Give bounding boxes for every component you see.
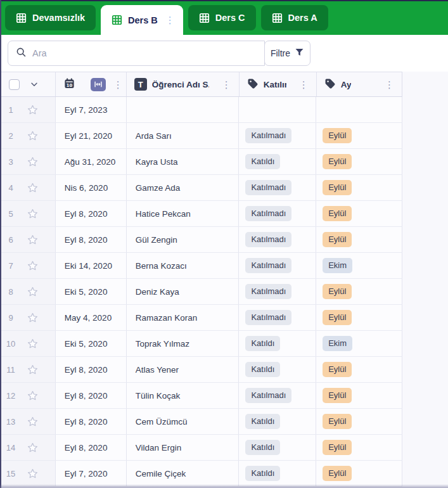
cell-attendance[interactable]: Katılmadı <box>239 227 316 252</box>
cell-month[interactable]: Eylül <box>316 435 402 460</box>
table-row[interactable]: 1 Eyl 7, 2023 <box>0 97 402 123</box>
cell-student-name[interactable]: Cemile Çiçek <box>127 461 240 486</box>
filter-button[interactable]: Filtre <box>264 41 310 66</box>
cell-student-name[interactable]: Vildan Ergin <box>127 435 240 460</box>
cell-month[interactable]: Ekim <box>316 253 402 278</box>
cell-month[interactable]: Eylül <box>316 279 402 304</box>
cell-student-name[interactable]: Atlas Yener <box>127 357 240 382</box>
cell-date[interactable]: Eyl 8, 2020 <box>56 227 127 252</box>
cell-student-name[interactable]: Ramazan Koran <box>127 305 240 330</box>
star-icon[interactable] <box>27 260 39 272</box>
star-icon[interactable] <box>27 130 39 142</box>
cell-attendance[interactable]: Katılmadı <box>239 383 316 408</box>
column-resize-icon[interactable] <box>91 78 106 91</box>
column-menu-dots-icon[interactable]: ⋮ <box>297 80 311 89</box>
star-icon[interactable] <box>27 390 39 402</box>
cell-student-name[interactable]: Hatice Pekcan <box>127 201 240 226</box>
column-header-student-name[interactable]: T Öğrenci Adı S... ⋮ <box>127 72 240 96</box>
star-icon[interactable] <box>27 442 39 454</box>
cell-student-name[interactable] <box>127 97 240 122</box>
cell-date[interactable]: Eyl 8, 2020 <box>56 201 127 226</box>
cell-attendance[interactable]: Katıldı <box>239 461 316 486</box>
cell-date[interactable]: Eyl 21, 2020 <box>56 123 127 148</box>
cell-date[interactable]: Ağu 31, 2020 <box>56 149 127 174</box>
tab-ders-c[interactable]: Ders C <box>188 5 256 30</box>
cell-date[interactable]: Eyl 8, 2020 <box>56 357 127 382</box>
star-icon[interactable] <box>27 234 39 246</box>
cell-month[interactable]: Eylül <box>316 175 402 200</box>
table-row[interactable]: 11 Eyl 8, 2020 Atlas Yener Katıldı Eylül <box>0 357 402 383</box>
table-row[interactable]: 12 Eyl 8, 2020 Tülin Koçak Katılmadı Eyl… <box>0 383 402 409</box>
cell-student-name[interactable]: Arda Sarı <box>127 123 240 148</box>
cell-attendance[interactable]: Katılmadı <box>239 201 316 226</box>
column-menu-dots-icon[interactable]: ⋮ <box>382 80 397 89</box>
cell-student-name[interactable]: Tülin Koçak <box>127 383 240 408</box>
cell-month[interactable]: Eylül <box>316 357 402 382</box>
cell-student-name[interactable]: Cem Üzümcü <box>127 409 240 434</box>
star-icon[interactable] <box>27 338 39 350</box>
cell-month[interactable]: Eylül <box>316 123 402 148</box>
cell-attendance[interactable]: Katılmadı <box>239 175 316 200</box>
cell-month[interactable]: Eylül <box>316 149 402 174</box>
cell-month[interactable]: Eylül <box>316 461 402 486</box>
cell-student-name[interactable]: Berna Kozacı <box>127 253 240 278</box>
cell-date[interactable]: Eki 5, 2020 <box>56 279 127 304</box>
star-icon[interactable] <box>27 468 39 480</box>
column-header-attendance[interactable]: Katılım ⋮ <box>240 72 317 96</box>
star-icon[interactable] <box>27 182 39 194</box>
cell-student-name[interactable]: Deniz Kaya <box>127 279 240 304</box>
cell-date[interactable]: Eki 14, 2020 <box>56 253 127 278</box>
cell-attendance[interactable]: Katılmadı <box>239 123 316 148</box>
cell-attendance[interactable]: Katılmadı <box>239 253 316 278</box>
star-icon[interactable] <box>27 286 39 298</box>
cell-attendance[interactable]: Katılmadı <box>239 279 316 304</box>
cell-date[interactable]: Eyl 8, 2020 <box>56 383 127 408</box>
table-row[interactable]: 7 Eki 14, 2020 Berna Kozacı Katılmadı Ek… <box>0 253 402 279</box>
cell-attendance[interactable]: Katıldı <box>239 435 316 460</box>
table-row[interactable]: 3 Ağu 31, 2020 Kayra Usta Katıldı Eylül <box>0 149 402 175</box>
tab-ders-a[interactable]: Ders A <box>261 5 328 30</box>
cell-date[interactable]: May 4, 2020 <box>56 305 127 330</box>
cell-attendance[interactable]: Katıldı <box>239 357 316 382</box>
cell-attendance[interactable]: Katıldı <box>239 409 316 434</box>
cell-date[interactable]: Eyl 8, 2020 <box>56 435 127 460</box>
cell-month[interactable]: Eylül <box>316 409 402 434</box>
cell-student-name[interactable]: Toprak Yılmaz <box>127 331 240 356</box>
search-input[interactable] <box>32 48 258 58</box>
table-row[interactable]: 9 May 4, 2020 Ramazan Koran Katılmadı Ey… <box>0 305 402 331</box>
column-menu-dots-icon[interactable]: ⋮ <box>111 80 125 89</box>
cell-attendance[interactable] <box>239 97 316 122</box>
cell-month[interactable]: Eylül <box>316 201 402 226</box>
cell-month[interactable]: Eylül <box>316 305 402 330</box>
table-row[interactable]: 8 Eki 5, 2020 Deniz Kaya Katılmadı Eylül <box>0 279 402 305</box>
cell-date[interactable]: Eyl 8, 2020 <box>56 409 127 434</box>
cell-date[interactable]: Eki 5, 2020 <box>56 331 127 356</box>
table-row[interactable]: 15 Eyl 7, 2020 Cemile Çiçek Katıldı Eylü… <box>0 461 402 487</box>
table-row[interactable]: 5 Eyl 8, 2020 Hatice Pekcan Katılmadı Ey… <box>0 201 402 227</box>
tab-ders-b[interactable]: Ders B ⋮ <box>101 5 183 35</box>
cell-month[interactable] <box>316 97 402 122</box>
column-menu-dots-icon[interactable]: ⋮ <box>219 80 234 89</box>
cell-attendance[interactable]: Katıldı <box>239 149 316 174</box>
select-all-checkbox[interactable] <box>9 79 20 90</box>
cell-attendance[interactable]: Katıldı <box>239 331 316 356</box>
table-row[interactable]: 6 Eyl 8, 2020 Gül Zengin Katılmadı Eylül <box>0 227 402 253</box>
star-icon[interactable] <box>27 416 39 428</box>
column-header-date[interactable]: 10 T... ⋮ <box>56 72 127 96</box>
cell-date[interactable]: Eyl 7, 2020 <box>56 461 127 486</box>
star-icon[interactable] <box>27 312 39 324</box>
table-row[interactable]: 4 Nis 6, 2020 Gamze Ada Katılmadı Eylül <box>0 175 402 201</box>
tab-devamsizlik[interactable]: Devamsızlık <box>5 5 96 30</box>
cell-student-name[interactable]: Gamze Ada <box>127 175 240 200</box>
table-row[interactable]: 14 Eyl 8, 2020 Vildan Ergin Katıldı Eylü… <box>0 435 402 461</box>
search-box[interactable] <box>8 41 265 66</box>
cell-month[interactable]: Ekim <box>316 331 402 356</box>
star-icon[interactable] <box>27 364 39 376</box>
star-icon[interactable] <box>27 104 39 116</box>
cell-student-name[interactable]: Gül Zengin <box>127 227 240 252</box>
table-row[interactable]: 13 Eyl 8, 2020 Cem Üzümcü Katıldı Eylül <box>0 409 402 435</box>
cell-date[interactable]: Eyl 7, 2023 <box>56 97 127 122</box>
table-row[interactable]: 10 Eki 5, 2020 Toprak Yılmaz Katıldı Eki… <box>0 331 402 357</box>
column-header-month[interactable]: Ay ⋮ <box>317 72 402 96</box>
cell-student-name[interactable]: Kayra Usta <box>127 149 240 174</box>
